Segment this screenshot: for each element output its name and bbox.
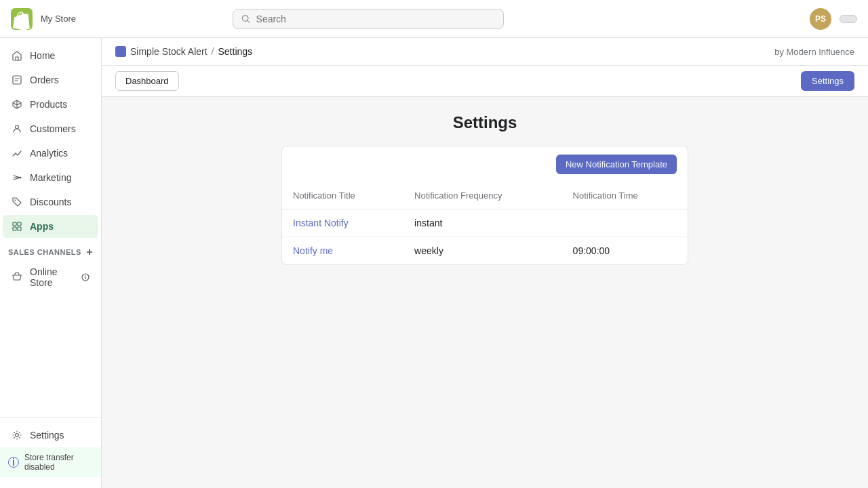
customers-icon — [11, 123, 23, 135]
notification-frequency-cell: instant — [403, 209, 562, 237]
topbar-button[interactable] — [840, 15, 857, 23]
products-icon — [11, 98, 23, 110]
new-notification-row: New Notification Template — [282, 146, 688, 182]
notification-table: Notification Title Notification Frequenc… — [282, 182, 688, 264]
sidebar-label-customers: Customers — [30, 123, 76, 134]
notification-title-cell: Instant Notify — [282, 209, 403, 237]
orders-icon — [11, 74, 23, 86]
sidebar: Home Orders Products Customers Analytics — [0, 38, 102, 488]
tab-dashboard[interactable]: Dashboard — [115, 71, 179, 91]
search-bar[interactable] — [233, 9, 504, 29]
discounts-icon — [11, 196, 23, 208]
topbar-right: PS — [810, 8, 857, 30]
tabs: Dashboard — [115, 71, 179, 91]
sidebar-item-online-store[interactable]: Online Store — [3, 261, 98, 293]
table-row: Instant Notifyinstant — [282, 209, 688, 237]
marketing-icon — [11, 171, 23, 184]
shopify-logo — [11, 8, 33, 30]
sidebar-item-products[interactable]: Products — [3, 93, 98, 116]
search-icon — [241, 14, 250, 24]
add-sales-channel-icon[interactable]: + — [86, 247, 93, 258]
sales-channels-section: SALES CHANNELS + — [0, 239, 101, 260]
breadcrumb-separator: / — [212, 46, 214, 57]
sidebar-label-analytics: Analytics — [30, 148, 68, 159]
sidebar-item-settings[interactable]: Settings — [3, 424, 98, 447]
svg-point-4 — [20, 177, 22, 179]
col-time: Notification Time — [562, 182, 688, 209]
notification-title-cell: Notify me — [282, 237, 403, 265]
page-title: Settings — [115, 113, 854, 132]
col-frequency: Notification Frequency — [403, 182, 562, 209]
notification-table-container: New Notification Template Notification T… — [281, 146, 688, 265]
settings-icon — [11, 429, 23, 441]
apps-icon — [11, 220, 23, 232]
analytics-icon — [11, 147, 23, 159]
online-store-icon — [11, 271, 23, 283]
sidebar-label-discounts: Discounts — [30, 197, 71, 207]
sidebar-label-orders: Orders — [30, 75, 59, 85]
home-icon — [11, 49, 23, 62]
notification-link[interactable]: Notify me — [293, 245, 333, 256]
svg-rect-8 — [13, 227, 16, 230]
svg-rect-6 — [13, 222, 16, 226]
sidebar-item-orders[interactable]: Orders — [3, 68, 98, 92]
sidebar-label-settings: Settings — [30, 430, 64, 441]
tabs-bar: Dashboard Settings — [102, 66, 868, 97]
sidebar-item-discounts[interactable]: Discounts — [3, 190, 98, 214]
sidebar-item-apps[interactable]: Apps — [3, 215, 98, 238]
info-icon: i — [8, 457, 19, 468]
by-label: by Modern Influence — [774, 47, 854, 57]
tab-settings-button[interactable]: Settings — [801, 71, 854, 91]
col-title: Notification Title — [282, 182, 403, 209]
sidebar-item-analytics[interactable]: Analytics — [3, 142, 98, 165]
sidebar-bottom: Settings i Store transfer disabled — [0, 417, 101, 483]
notification-time-cell — [562, 209, 688, 237]
breadcrumb-bar: Simple Stock Alert / Settings by Modern … — [102, 38, 868, 66]
sidebar-item-home[interactable]: Home — [3, 44, 98, 67]
svg-point-11 — [16, 434, 19, 437]
sidebar-label-online-store: Online Store — [30, 266, 74, 288]
app-icon — [115, 46, 126, 57]
svg-point-3 — [16, 125, 19, 129]
sidebar-item-marketing[interactable]: Marketing — [3, 166, 98, 189]
breadcrumb: Simple Stock Alert / Settings — [115, 46, 252, 57]
sidebar-label-home: Home — [30, 50, 55, 61]
topbar: My Store PS — [0, 0, 868, 38]
sidebar-label-apps: Apps — [30, 221, 54, 232]
table-row: Notify meweekly09:00:00 — [282, 237, 688, 265]
page-content: Settings New Notification Template Notif… — [102, 97, 868, 281]
svg-rect-7 — [18, 222, 21, 226]
svg-rect-2 — [13, 76, 21, 84]
sidebar-label-products: Products — [30, 99, 67, 110]
store-name: My Store — [41, 14, 76, 24]
app-name: Simple Stock Alert — [130, 46, 208, 57]
notification-link[interactable]: Instant Notify — [293, 218, 349, 228]
notification-frequency-cell: weekly — [403, 237, 562, 265]
footer-text: Store transfer disabled — [24, 453, 93, 472]
sidebar-label-marketing: Marketing — [30, 172, 71, 183]
notification-time-cell: 09:00:00 — [562, 237, 688, 265]
search-input[interactable] — [256, 14, 496, 24]
main-content: Simple Stock Alert / Settings by Modern … — [102, 38, 868, 488]
svg-rect-9 — [18, 227, 21, 230]
sales-channels-label: SALES CHANNELS — [8, 248, 81, 256]
online-store-settings-icon[interactable] — [81, 272, 90, 282]
store-transfer-disabled: i Store transfer disabled — [0, 447, 101, 477]
sidebar-item-customers[interactable]: Customers — [3, 117, 98, 140]
svg-point-5 — [15, 200, 16, 201]
breadcrumb-current: Settings — [218, 46, 253, 57]
new-notification-button[interactable]: New Notification Template — [556, 155, 677, 174]
avatar: PS — [810, 8, 831, 30]
